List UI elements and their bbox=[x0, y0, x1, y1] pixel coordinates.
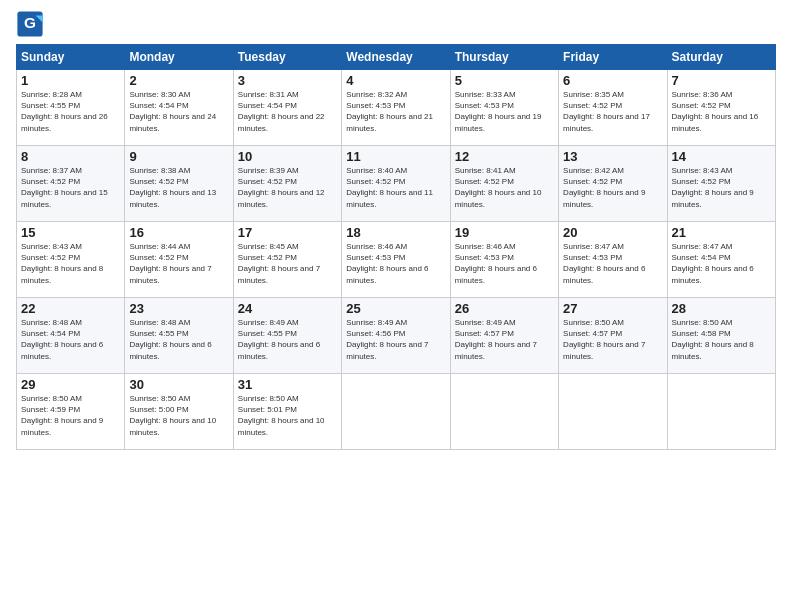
day-number: 20 bbox=[563, 225, 662, 240]
day-number: 19 bbox=[455, 225, 554, 240]
day-cell-4: 4Sunrise: 8:32 AMSunset: 4:53 PMDaylight… bbox=[342, 70, 450, 146]
day-cell-12: 12Sunrise: 8:41 AMSunset: 4:52 PMDayligh… bbox=[450, 146, 558, 222]
day-header-saturday: Saturday bbox=[667, 45, 775, 70]
day-info: Sunrise: 8:32 AMSunset: 4:53 PMDaylight:… bbox=[346, 90, 433, 133]
day-number: 7 bbox=[672, 73, 771, 88]
empty-cell bbox=[342, 374, 450, 450]
calendar-body: 1Sunrise: 8:28 AMSunset: 4:55 PMDaylight… bbox=[17, 70, 776, 450]
day-number: 9 bbox=[129, 149, 228, 164]
day-info: Sunrise: 8:45 AMSunset: 4:52 PMDaylight:… bbox=[238, 242, 320, 285]
day-info: Sunrise: 8:46 AMSunset: 4:53 PMDaylight:… bbox=[455, 242, 537, 285]
day-cell-22: 22Sunrise: 8:48 AMSunset: 4:54 PMDayligh… bbox=[17, 298, 125, 374]
day-info: Sunrise: 8:50 AMSunset: 4:57 PMDaylight:… bbox=[563, 318, 645, 361]
day-info: Sunrise: 8:47 AMSunset: 4:54 PMDaylight:… bbox=[672, 242, 754, 285]
week-row-3: 15Sunrise: 8:43 AMSunset: 4:52 PMDayligh… bbox=[17, 222, 776, 298]
day-info: Sunrise: 8:38 AMSunset: 4:52 PMDaylight:… bbox=[129, 166, 216, 209]
day-header-monday: Monday bbox=[125, 45, 233, 70]
day-cell-19: 19Sunrise: 8:46 AMSunset: 4:53 PMDayligh… bbox=[450, 222, 558, 298]
day-number: 5 bbox=[455, 73, 554, 88]
day-number: 23 bbox=[129, 301, 228, 316]
empty-cell bbox=[559, 374, 667, 450]
day-cell-16: 16Sunrise: 8:44 AMSunset: 4:52 PMDayligh… bbox=[125, 222, 233, 298]
day-info: Sunrise: 8:43 AMSunset: 4:52 PMDaylight:… bbox=[672, 166, 754, 209]
day-cell-6: 6Sunrise: 8:35 AMSunset: 4:52 PMDaylight… bbox=[559, 70, 667, 146]
day-number: 27 bbox=[563, 301, 662, 316]
day-header-thursday: Thursday bbox=[450, 45, 558, 70]
day-number: 1 bbox=[21, 73, 120, 88]
day-info: Sunrise: 8:50 AMSunset: 4:59 PMDaylight:… bbox=[21, 394, 103, 437]
day-number: 31 bbox=[238, 377, 337, 392]
day-number: 10 bbox=[238, 149, 337, 164]
day-info: Sunrise: 8:47 AMSunset: 4:53 PMDaylight:… bbox=[563, 242, 645, 285]
day-cell-13: 13Sunrise: 8:42 AMSunset: 4:52 PMDayligh… bbox=[559, 146, 667, 222]
day-number: 28 bbox=[672, 301, 771, 316]
day-info: Sunrise: 8:33 AMSunset: 4:53 PMDaylight:… bbox=[455, 90, 542, 133]
day-cell-25: 25Sunrise: 8:49 AMSunset: 4:56 PMDayligh… bbox=[342, 298, 450, 374]
day-info: Sunrise: 8:35 AMSunset: 4:52 PMDaylight:… bbox=[563, 90, 650, 133]
day-info: Sunrise: 8:42 AMSunset: 4:52 PMDaylight:… bbox=[563, 166, 645, 209]
day-info: Sunrise: 8:46 AMSunset: 4:53 PMDaylight:… bbox=[346, 242, 428, 285]
day-info: Sunrise: 8:39 AMSunset: 4:52 PMDaylight:… bbox=[238, 166, 325, 209]
day-info: Sunrise: 8:50 AMSunset: 4:58 PMDaylight:… bbox=[672, 318, 754, 361]
week-row-4: 22Sunrise: 8:48 AMSunset: 4:54 PMDayligh… bbox=[17, 298, 776, 374]
week-row-1: 1Sunrise: 8:28 AMSunset: 4:55 PMDaylight… bbox=[17, 70, 776, 146]
day-number: 29 bbox=[21, 377, 120, 392]
day-number: 25 bbox=[346, 301, 445, 316]
day-info: Sunrise: 8:49 AMSunset: 4:55 PMDaylight:… bbox=[238, 318, 320, 361]
day-number: 11 bbox=[346, 149, 445, 164]
day-header-sunday: Sunday bbox=[17, 45, 125, 70]
day-info: Sunrise: 8:41 AMSunset: 4:52 PMDaylight:… bbox=[455, 166, 542, 209]
day-number: 12 bbox=[455, 149, 554, 164]
calendar-table: SundayMondayTuesdayWednesdayThursdayFrid… bbox=[16, 44, 776, 450]
day-number: 14 bbox=[672, 149, 771, 164]
day-cell-10: 10Sunrise: 8:39 AMSunset: 4:52 PMDayligh… bbox=[233, 146, 341, 222]
day-number: 24 bbox=[238, 301, 337, 316]
header-row-days: SundayMondayTuesdayWednesdayThursdayFrid… bbox=[17, 45, 776, 70]
header-row: G bbox=[16, 10, 776, 38]
day-number: 21 bbox=[672, 225, 771, 240]
day-number: 17 bbox=[238, 225, 337, 240]
day-number: 6 bbox=[563, 73, 662, 88]
day-info: Sunrise: 8:40 AMSunset: 4:52 PMDaylight:… bbox=[346, 166, 433, 209]
day-cell-15: 15Sunrise: 8:43 AMSunset: 4:52 PMDayligh… bbox=[17, 222, 125, 298]
day-number: 8 bbox=[21, 149, 120, 164]
day-cell-27: 27Sunrise: 8:50 AMSunset: 4:57 PMDayligh… bbox=[559, 298, 667, 374]
day-info: Sunrise: 8:31 AMSunset: 4:54 PMDaylight:… bbox=[238, 90, 325, 133]
day-cell-28: 28Sunrise: 8:50 AMSunset: 4:58 PMDayligh… bbox=[667, 298, 775, 374]
day-info: Sunrise: 8:50 AMSunset: 5:01 PMDaylight:… bbox=[238, 394, 325, 437]
calendar-header: SundayMondayTuesdayWednesdayThursdayFrid… bbox=[17, 45, 776, 70]
day-cell-29: 29Sunrise: 8:50 AMSunset: 4:59 PMDayligh… bbox=[17, 374, 125, 450]
day-info: Sunrise: 8:44 AMSunset: 4:52 PMDaylight:… bbox=[129, 242, 211, 285]
day-cell-3: 3Sunrise: 8:31 AMSunset: 4:54 PMDaylight… bbox=[233, 70, 341, 146]
svg-text:G: G bbox=[24, 14, 36, 31]
day-number: 13 bbox=[563, 149, 662, 164]
day-info: Sunrise: 8:48 AMSunset: 4:54 PMDaylight:… bbox=[21, 318, 103, 361]
day-cell-31: 31Sunrise: 8:50 AMSunset: 5:01 PMDayligh… bbox=[233, 374, 341, 450]
day-number: 22 bbox=[21, 301, 120, 316]
day-cell-21: 21Sunrise: 8:47 AMSunset: 4:54 PMDayligh… bbox=[667, 222, 775, 298]
day-cell-18: 18Sunrise: 8:46 AMSunset: 4:53 PMDayligh… bbox=[342, 222, 450, 298]
day-info: Sunrise: 8:37 AMSunset: 4:52 PMDaylight:… bbox=[21, 166, 108, 209]
day-info: Sunrise: 8:43 AMSunset: 4:52 PMDaylight:… bbox=[21, 242, 103, 285]
day-info: Sunrise: 8:48 AMSunset: 4:55 PMDaylight:… bbox=[129, 318, 211, 361]
day-number: 18 bbox=[346, 225, 445, 240]
day-cell-23: 23Sunrise: 8:48 AMSunset: 4:55 PMDayligh… bbox=[125, 298, 233, 374]
day-cell-24: 24Sunrise: 8:49 AMSunset: 4:55 PMDayligh… bbox=[233, 298, 341, 374]
day-cell-30: 30Sunrise: 8:50 AMSunset: 5:00 PMDayligh… bbox=[125, 374, 233, 450]
logo-icon: G bbox=[16, 10, 44, 38]
day-header-friday: Friday bbox=[559, 45, 667, 70]
week-row-2: 8Sunrise: 8:37 AMSunset: 4:52 PMDaylight… bbox=[17, 146, 776, 222]
empty-cell bbox=[450, 374, 558, 450]
logo: G bbox=[16, 10, 48, 38]
day-number: 16 bbox=[129, 225, 228, 240]
day-info: Sunrise: 8:49 AMSunset: 4:56 PMDaylight:… bbox=[346, 318, 428, 361]
day-cell-9: 9Sunrise: 8:38 AMSunset: 4:52 PMDaylight… bbox=[125, 146, 233, 222]
day-info: Sunrise: 8:49 AMSunset: 4:57 PMDaylight:… bbox=[455, 318, 537, 361]
day-number: 2 bbox=[129, 73, 228, 88]
day-cell-20: 20Sunrise: 8:47 AMSunset: 4:53 PMDayligh… bbox=[559, 222, 667, 298]
day-cell-7: 7Sunrise: 8:36 AMSunset: 4:52 PMDaylight… bbox=[667, 70, 775, 146]
day-header-wednesday: Wednesday bbox=[342, 45, 450, 70]
day-header-tuesday: Tuesday bbox=[233, 45, 341, 70]
day-info: Sunrise: 8:50 AMSunset: 5:00 PMDaylight:… bbox=[129, 394, 216, 437]
day-info: Sunrise: 8:30 AMSunset: 4:54 PMDaylight:… bbox=[129, 90, 216, 133]
